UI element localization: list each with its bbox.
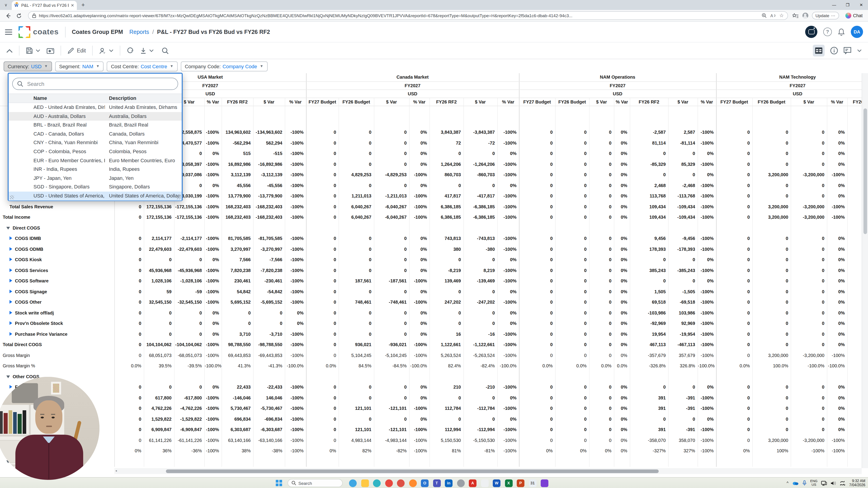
data-cell[interactable]: -100% [285, 191, 306, 201]
data-cell[interactable]: 0 [430, 392, 463, 403]
read-aloud-icon[interactable]: A [770, 13, 776, 18]
data-cell[interactable]: -3,200,000 [791, 212, 827, 223]
column-header[interactable]: FY26 Budget [339, 98, 374, 106]
data-cell[interactable]: 45,936,968 [144, 265, 174, 275]
data-cell[interactable]: -6,909,847 [174, 424, 204, 435]
expand-row-icon[interactable] [9, 236, 12, 240]
data-cell[interactable]: -45,556 [253, 180, 285, 191]
taskbar-app-adobe[interactable]: A [469, 479, 476, 487]
data-cell[interactable]: 0% [614, 424, 630, 435]
data-cell[interactable]: 81,114 [630, 138, 668, 148]
data-cell[interactable]: -100% [827, 350, 847, 361]
data-cell[interactable]: 172,155,136 [144, 212, 174, 223]
data-cell[interactable]: -100% [698, 424, 716, 435]
data-cell[interactable]: -100% [204, 392, 221, 403]
data-cell[interactable]: 0 [589, 382, 614, 392]
data-cell[interactable]: 0% [409, 159, 430, 169]
data-cell[interactable]: 0 [555, 339, 589, 350]
data-cell[interactable] [339, 456, 374, 467]
resize-handle-right-icon[interactable] [176, 195, 180, 199]
data-cell[interactable]: 515 [221, 148, 253, 159]
data-cell[interactable]: -39.5% [174, 361, 204, 371]
data-cell[interactable]: 9,456 [630, 233, 668, 244]
data-cell[interactable]: 0 [589, 414, 614, 424]
data-cell[interactable]: 0 [791, 318, 827, 329]
data-cell[interactable]: 1,028,106 [144, 275, 174, 286]
data-cell[interactable]: 0 [752, 392, 791, 403]
save-options-caret-icon[interactable] [36, 49, 40, 52]
data-cell[interactable]: 0% [614, 254, 630, 265]
data-cell[interactable]: 0 [306, 339, 339, 350]
data-cell[interactable]: 0% [614, 392, 630, 403]
data-cell[interactable]: 3,200,000 [752, 169, 791, 180]
data-cell[interactable] [253, 223, 285, 233]
taskbar-clock[interactable]: 9:32 AM7/04/2026 [849, 479, 865, 487]
data-cell[interactable]: 3,843,387 [430, 127, 463, 138]
data-cell[interactable]: 0 [791, 244, 827, 254]
data-cell[interactable]: 0 [339, 127, 374, 138]
data-cell[interactable]: 0 [752, 180, 791, 191]
data-cell[interactable] [430, 456, 463, 467]
data-cell[interactable]: 0 [752, 414, 791, 424]
snapshot-camera-icon[interactable] [46, 47, 54, 54]
zoom-page-icon[interactable] [762, 13, 767, 18]
data-cell[interactable]: 0 [752, 138, 791, 148]
window-minimize-button[interactable]: — [827, 0, 841, 10]
data-cell[interactable]: 0% [614, 329, 630, 339]
data-cell[interactable]: -2,468 [668, 180, 698, 191]
column-header[interactable]: FY26 RF2 [630, 98, 668, 106]
data-cell[interactable]: 0 [374, 233, 409, 244]
data-cell[interactable]: 2,587 [668, 127, 698, 138]
data-cell[interactable]: 0.0% [555, 361, 589, 371]
data-cell[interactable]: 1,211,013 [339, 191, 374, 201]
data-cell[interactable] [174, 223, 204, 233]
data-cell[interactable]: -100% [698, 435, 716, 446]
data-cell[interactable]: 0 [716, 159, 752, 169]
data-cell[interactable]: -104,104,062 [174, 339, 204, 350]
data-cell[interactable]: 0 [716, 339, 752, 350]
data-cell[interactable]: 0 [555, 254, 589, 265]
data-cell[interactable]: 0 [716, 169, 752, 180]
data-cell[interactable]: -100% [698, 403, 716, 414]
data-cell[interactable]: 617,800 [144, 392, 174, 403]
data-cell[interactable]: 0 [114, 403, 144, 414]
data-cell[interactable]: 0 [519, 414, 555, 424]
data-cell[interactable]: -121,101 [374, 424, 409, 435]
column-header[interactable]: % Var [497, 98, 519, 106]
start-button[interactable] [276, 480, 282, 486]
scroll-left-arrow-icon[interactable]: ◂ [115, 469, 117, 473]
data-cell[interactable]: -100% [204, 138, 221, 148]
data-cell[interactable]: 0 [519, 254, 555, 265]
data-cell[interactable]: -81,114 [668, 138, 698, 148]
data-cell[interactable]: -187,561 [374, 275, 409, 286]
data-cell[interactable] [668, 116, 698, 127]
data-cell[interactable]: -326.8% [630, 361, 668, 371]
data-cell[interactable]: 0 [306, 244, 339, 254]
data-cell[interactable] [497, 116, 519, 127]
data-cell[interactable]: -100% [409, 201, 430, 212]
expand-row-icon[interactable] [9, 268, 12, 272]
data-cell[interactable] [221, 116, 253, 127]
data-cell[interactable]: 178,393 [630, 244, 668, 254]
data-cell[interactable]: 139,469 [430, 275, 463, 286]
data-cell[interactable]: 27 [847, 361, 862, 371]
data-cell[interactable]: 0 [306, 350, 339, 361]
data-cell[interactable]: 0% [497, 392, 519, 403]
data-cell[interactable]: -100.0% [827, 361, 847, 371]
data-cell[interactable]: -6,386,185 [463, 212, 497, 223]
data-cell[interactable]: 0 [339, 329, 374, 339]
data-cell[interactable]: 0 [114, 265, 144, 275]
data-cell[interactable]: 0% [204, 180, 221, 191]
data-cell[interactable]: 0% [614, 244, 630, 254]
data-cell[interactable]: 113,768 [630, 191, 668, 201]
data-cell[interactable] [253, 371, 285, 382]
data-cell[interactable]: -100% [285, 403, 306, 414]
data-cell[interactable]: 0 [519, 318, 555, 329]
data-cell[interactable]: 41.3% [221, 361, 253, 371]
data-cell[interactable]: -22,479,603 [174, 244, 204, 254]
data-cell[interactable] [847, 329, 862, 339]
data-cell[interactable] [409, 456, 430, 467]
column-header[interactable]: % Var [409, 98, 430, 106]
data-cell[interactable] [847, 265, 862, 275]
data-cell[interactable]: -100% [204, 191, 221, 201]
